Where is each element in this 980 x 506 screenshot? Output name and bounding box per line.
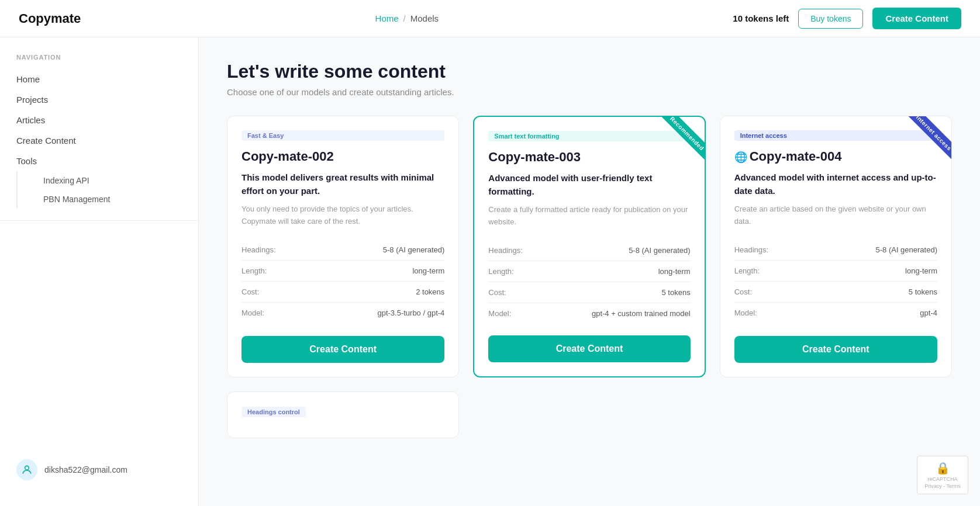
card-004-length-row: Length: long-term <box>734 261 937 282</box>
card-003-tag: Smart text formatting <box>488 131 690 141</box>
card-003-headings-value: 5-8 (AI generated) <box>629 246 691 255</box>
card-003-model-value: gpt-4 + custom trained model <box>592 309 691 318</box>
card-004-model-row: Model: gpt-4 <box>734 303 937 323</box>
card-003-headings-label: Headings: <box>488 246 523 255</box>
card-003-cost-row: Cost: 5 tokens <box>488 282 690 303</box>
card-004-headings-row: Headings: 5-8 (AI generated) <box>734 240 937 261</box>
card-004-desc-bold: Advanced model with internet access and … <box>734 171 937 197</box>
card-003-model-label: Model: <box>488 309 511 318</box>
header: Copymate Home / Models 10 tokens left Bu… <box>0 0 980 37</box>
model-card-002: Fast & Easy Copy-mate-002 This model del… <box>227 116 459 377</box>
page-subtitle: Choose one of our models and create outs… <box>227 87 952 97</box>
main-content: Let's write some content Choose one of o… <box>199 37 980 506</box>
card-003-length-row: Length: long-term <box>488 261 690 282</box>
sidebar: NAVIGATION Home Projects Articles Create… <box>0 37 199 506</box>
card-002-desc: You only need to provide the topics of y… <box>241 203 444 228</box>
card-004-stats: Headings: 5-8 (AI generated) Length: lon… <box>734 240 937 324</box>
recaptcha-text: reCAPTCHA <box>928 476 958 482</box>
sidebar-item-create-content[interactable]: Create Content <box>0 130 198 151</box>
sidebar-item-articles[interactable]: Articles <box>0 110 198 130</box>
header-create-content-button[interactable]: Create Content <box>872 8 961 29</box>
header-right: 10 tokens left Buy tokens Create Content <box>733 8 961 29</box>
card-002-headings-value: 5-8 (AI generated) <box>383 245 445 254</box>
bottom-cards-row: Headings control <box>227 391 952 438</box>
card-002-title: Copy-mate-002 <box>241 149 444 164</box>
model-card-partial: Headings control <box>227 391 459 438</box>
sidebar-item-indexing-api[interactable]: Indexing API <box>16 171 198 190</box>
sidebar-item-projects[interactable]: Projects <box>0 89 198 110</box>
breadcrumb: Home / Models <box>375 13 439 23</box>
app-layout: Copymate Home / Models 10 tokens left Bu… <box>0 0 980 506</box>
card-004-create-button[interactable]: Create Content <box>734 336 937 363</box>
card-003-stats: Headings: 5-8 (AI generated) Length: lon… <box>488 240 690 324</box>
card-002-length-label: Length: <box>241 266 267 275</box>
card-004-length-label: Length: <box>734 266 760 275</box>
body-layout: NAVIGATION Home Projects Articles Create… <box>0 37 980 506</box>
model-card-004: Internet access Internet access 🌐Copy-ma… <box>720 116 952 377</box>
tokens-left: 10 tokens left <box>733 13 789 23</box>
sidebar-divider <box>0 220 198 221</box>
card-004-headings-value: 5-8 (AI generated) <box>875 245 937 254</box>
card-004-title: 🌐Copy-mate-004 <box>734 149 937 164</box>
card-002-stats: Headings: 5-8 (AI generated) Length: lon… <box>241 240 444 324</box>
card-004-model-value: gpt-4 <box>920 309 937 317</box>
card-004-length-value: long-term <box>905 266 937 275</box>
card-004-cost-label: Cost: <box>734 287 752 296</box>
card-002-cost-value: 2 tokens <box>416 287 444 296</box>
recaptcha-badge: 🔒 reCAPTCHA Privacy - Terms <box>917 456 968 494</box>
card-003-cost-value: 5 tokens <box>662 288 691 297</box>
nav-models: Models <box>410 13 439 23</box>
card-004-headings-label: Headings: <box>734 245 769 254</box>
card-002-length-row: Length: long-term <box>241 261 444 282</box>
sidebar-item-home[interactable]: Home <box>0 69 198 89</box>
card-004-cost-row: Cost: 5 tokens <box>734 282 937 303</box>
card-002-tag: Fast & Easy <box>241 130 444 141</box>
card-002-create-button[interactable]: Create Content <box>241 336 444 363</box>
card-002-cost-label: Cost: <box>241 287 259 296</box>
buy-tokens-button[interactable]: Buy tokens <box>798 9 863 29</box>
bottom-card-tag: Headings control <box>241 407 306 417</box>
nav-label: NAVIGATION <box>0 54 198 61</box>
cards-grid: Fast & Easy Copy-mate-002 This model del… <box>227 116 952 377</box>
recaptcha-privacy: Privacy - Terms <box>924 483 961 489</box>
model-card-003: Recommended Smart text formatting Copy-m… <box>473 116 705 377</box>
card-004-tag: Internet access <box>734 130 937 141</box>
card-003-length-label: Length: <box>488 267 513 276</box>
card-003-desc-bold: Advanced model with user-friendly text f… <box>488 172 690 198</box>
svg-point-0 <box>25 466 29 470</box>
avatar <box>16 459 37 480</box>
card-004-desc: Create an article based on the given web… <box>734 203 937 228</box>
sidebar-item-pbn-management[interactable]: PBN Management <box>16 190 198 209</box>
card-002-model-label: Model: <box>241 309 264 317</box>
sidebar-user: diksha522@gmail.com <box>0 450 198 490</box>
nav-home[interactable]: Home <box>375 13 399 23</box>
globe-icon: 🌐 <box>734 151 747 163</box>
user-email: diksha522@gmail.com <box>44 465 127 474</box>
card-002-model-value: gpt-3.5-turbo / gpt-4 <box>377 309 444 317</box>
card-002-cost-row: Cost: 2 tokens <box>241 282 444 303</box>
card-003-desc: Create a fully formatted article ready f… <box>488 204 690 228</box>
app-logo: Copymate <box>19 11 81 26</box>
card-002-headings-row: Headings: 5-8 (AI generated) <box>241 240 444 261</box>
card-003-model-row: Model: gpt-4 + custom trained model <box>488 303 690 324</box>
card-003-headings-row: Headings: 5-8 (AI generated) <box>488 240 690 261</box>
card-003-create-button[interactable]: Create Content <box>488 335 690 362</box>
card-004-cost-value: 5 tokens <box>909 287 937 296</box>
recaptcha-icon: 🔒 <box>936 461 950 475</box>
card-004-model-label: Model: <box>734 309 757 317</box>
card-003-title: Copy-mate-003 <box>488 150 690 165</box>
card-002-model-row: Model: gpt-3.5-turbo / gpt-4 <box>241 303 444 323</box>
card-002-headings-label: Headings: <box>241 245 276 254</box>
card-002-desc-bold: This model delivers great results with m… <box>241 171 444 197</box>
breadcrumb-separator: / <box>403 13 406 23</box>
card-003-cost-label: Cost: <box>488 288 506 297</box>
page-title: Let's write some content <box>227 61 952 82</box>
card-003-length-value: long-term <box>658 267 691 276</box>
sidebar-item-tools[interactable]: Tools <box>0 151 198 171</box>
card-002-length-value: long-term <box>412 266 444 275</box>
